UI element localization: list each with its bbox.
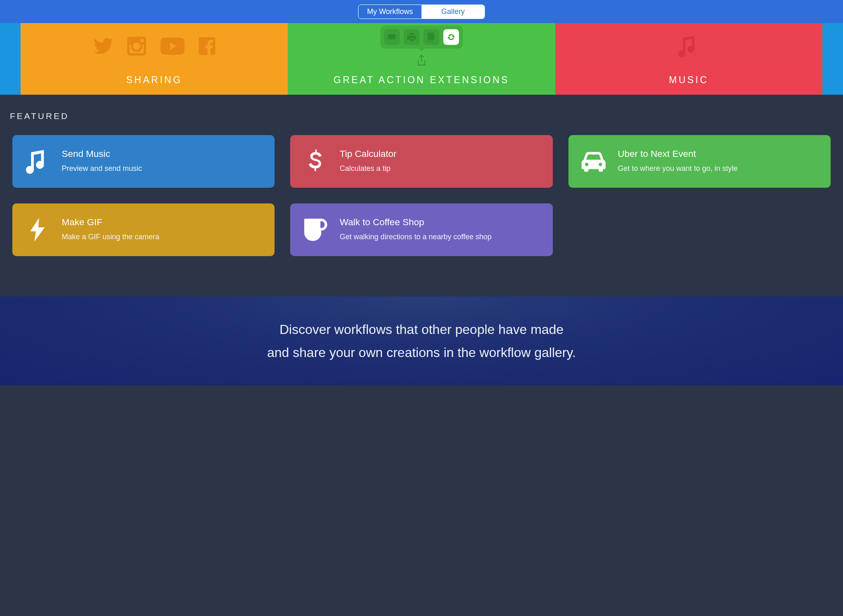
card-subtitle: Preview and send music [62,163,142,174]
popover-arrow [418,48,425,51]
tagline-text: Discover workflows that other people hav… [267,318,576,364]
book-icon [384,29,400,45]
card-title: Make GIF [62,217,159,228]
tab-my-workflows[interactable]: My Workflows [359,5,422,19]
facebook-icon [199,37,215,57]
twitter-icon [93,38,113,56]
hero-art-actions [288,23,555,70]
segmented-control: My Workflows Gallery [358,5,485,19]
featured-section: FEATURED Send Music Preview and send mus… [0,95,843,296]
hero-art-music [555,23,822,70]
hero-label: MUSIC [669,75,709,86]
sync-icon [443,29,459,45]
car-icon [578,151,610,172]
tab-label: My Workflows [367,7,413,16]
gallery-tagline: Discover workflows that other people hav… [0,296,843,385]
extension-icon-row [380,26,463,49]
card-send-music[interactable]: Send Music Preview and send music [12,135,275,188]
card-walk-to-coffee-shop[interactable]: Walk to Coffee Shop Get walking directio… [290,203,552,256]
hero-card-music[interactable]: MUSIC [555,23,822,95]
hero-card-action-extensions[interactable]: GREAT ACTION EXTENSIONS [288,23,555,95]
tab-label: Gallery [441,7,465,16]
featured-cards-grid: Send Music Preview and send music Tip Ca… [12,135,831,256]
featured-heading: FEATURED [10,111,831,121]
card-title: Walk to Coffee Shop [340,217,491,228]
hero-art-sharing [21,23,288,70]
card-uber-to-next-event[interactable]: Uber to Next Event Get to where you want… [568,135,831,188]
printer-icon [404,29,419,45]
music-note-icon [678,35,699,59]
card-subtitle: Get to where you want to go, in style [618,163,738,174]
card-title: Tip Calculator [340,149,396,159]
top-nav-bar: My Workflows Gallery [0,0,843,23]
hero-label: GREAT ACTION EXTENSIONS [333,75,509,86]
card-make-gif[interactable]: Make GIF Make a GIF using the camera [12,203,275,256]
youtube-icon [160,37,185,56]
card-subtitle: Get walking directions to a nearby coffe… [340,232,491,242]
lightning-icon [21,218,54,242]
dollar-icon [299,149,331,173]
share-icon [417,55,426,68]
coffee-mug-icon [299,219,331,241]
music-note-icon [21,149,54,174]
tab-gallery[interactable]: Gallery [422,5,484,19]
hero-card-sharing[interactable]: SHARING [21,23,288,95]
card-title: Uber to Next Event [618,149,738,159]
instagram-icon [127,37,146,57]
card-tip-calculator[interactable]: Tip Calculator Calculates a tip [290,135,552,188]
card-title: Send Music [62,149,142,159]
hero-label: SHARING [126,75,182,86]
copy-icon [424,29,439,45]
hero-category-strip: SHARING [0,23,843,95]
card-subtitle: Calculates a tip [340,163,396,174]
card-subtitle: Make a GIF using the camera [62,232,159,242]
